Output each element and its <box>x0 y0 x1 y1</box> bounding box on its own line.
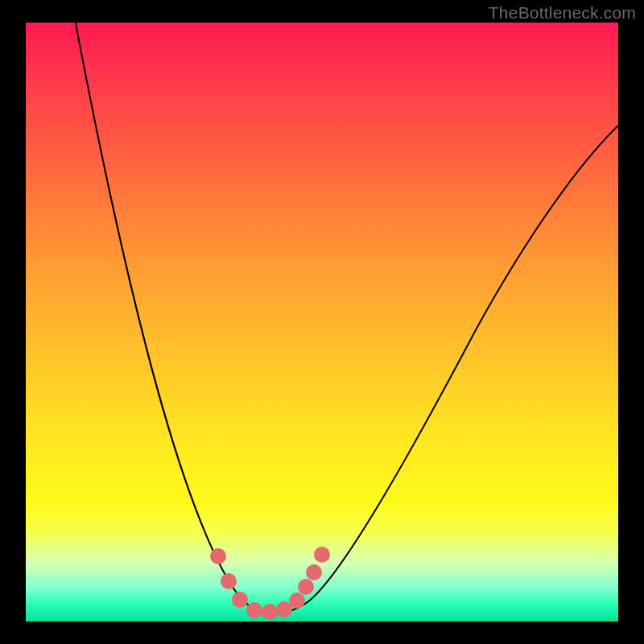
highlight-dot <box>289 592 305 609</box>
highlight-dot <box>298 579 314 595</box>
highlight-dot <box>221 573 237 589</box>
highlight-dot <box>306 564 322 580</box>
chart-plot-area <box>26 23 618 621</box>
highlight-dot <box>314 547 330 563</box>
highlight-dot <box>232 592 248 608</box>
highlight-dot-group <box>210 547 330 620</box>
chart-frame: TheBottleneck.com <box>0 0 644 644</box>
bottleneck-curve <box>72 23 618 614</box>
highlight-dot <box>262 604 278 620</box>
highlight-dot <box>210 548 226 564</box>
chart-svg <box>26 23 618 621</box>
highlight-dot <box>246 602 262 618</box>
watermark-text: TheBottleneck.com <box>489 3 636 23</box>
